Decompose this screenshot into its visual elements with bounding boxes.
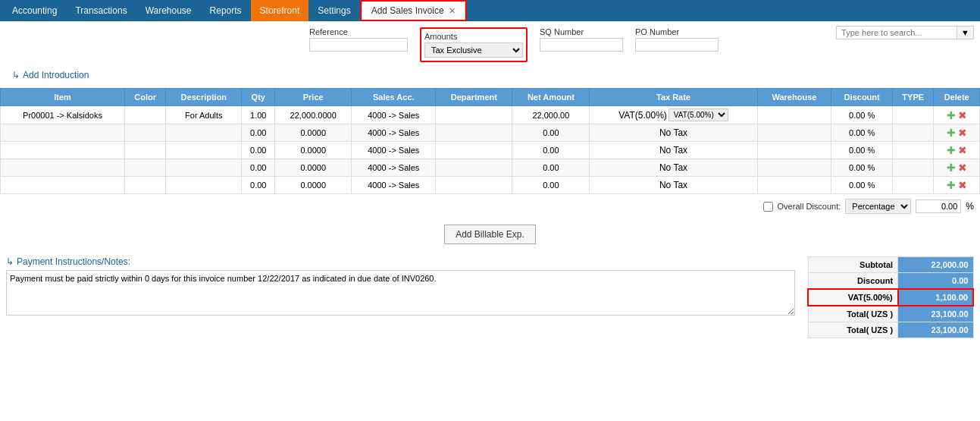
nav-tab-storefront[interactable]: Storefront xyxy=(251,0,309,21)
cell-description[interactable]: For Adults xyxy=(166,106,242,124)
cell-department[interactable] xyxy=(436,142,512,159)
cell-color[interactable] xyxy=(124,106,165,124)
cell-tax_rate[interactable]: No Tax xyxy=(590,142,757,159)
amounts-select[interactable]: Tax Exclusive Tax Inclusive No Tax xyxy=(424,42,523,58)
payment-notes-textarea[interactable]: Payment must be paid strictly within 0 d… xyxy=(6,270,795,316)
cell-net_amount[interactable]: 0.00 xyxy=(512,177,590,194)
cell-department[interactable] xyxy=(436,177,512,194)
cell-sales_acc[interactable]: 4000 -> Sales xyxy=(352,106,436,124)
delete-row-icon[interactable]: ✖ xyxy=(958,179,967,191)
add-billable-button[interactable]: Add Billable Exp. xyxy=(444,225,536,244)
cell-tax_rate[interactable]: No Tax xyxy=(590,159,757,177)
cell-item[interactable] xyxy=(1,177,125,194)
overall-discount-type-select[interactable]: Percentage Fixed xyxy=(845,199,911,214)
overall-discount-checkbox[interactable] xyxy=(763,202,773,212)
cell-tax_rate[interactable]: No Tax xyxy=(590,124,757,142)
add-row-icon[interactable]: ✚ xyxy=(947,144,956,156)
close-tab-icon[interactable]: ✕ xyxy=(449,6,456,16)
nav-tab-accounting[interactable]: Accounting xyxy=(3,0,66,21)
cell-warehouse[interactable] xyxy=(757,177,831,194)
cell-net_amount[interactable]: 22,000.00 xyxy=(512,106,590,124)
nav-tab-settings[interactable]: Settings xyxy=(308,0,359,21)
cell-description[interactable] xyxy=(166,124,242,142)
cell-discount[interactable]: 0.00 % xyxy=(831,124,893,142)
cell-tax_rate[interactable]: No Tax xyxy=(590,177,757,194)
cell-discount[interactable]: 0.00 % xyxy=(831,177,893,194)
cell-discount[interactable]: 0.00 % xyxy=(831,106,893,124)
cell-sales_acc[interactable]: 4000 -> Sales xyxy=(352,124,436,142)
bottom-section: ↳ Payment Instructions/Notes: Payment mu… xyxy=(0,250,980,344)
add-row-icon[interactable]: ✚ xyxy=(947,162,956,174)
cell-qty[interactable]: 0.00 xyxy=(242,177,275,194)
cell-type[interactable] xyxy=(893,124,934,142)
overall-discount-value[interactable] xyxy=(916,200,961,213)
cell-price[interactable]: 22,000.0000 xyxy=(275,106,352,124)
po-number-input[interactable] xyxy=(635,38,719,52)
cell-sales_acc[interactable]: 4000 -> Sales xyxy=(352,142,436,159)
add-row-icon[interactable]: ✚ xyxy=(947,127,956,139)
cell-warehouse[interactable] xyxy=(757,124,831,142)
delete-row-icon[interactable]: ✖ xyxy=(958,109,967,121)
cell-type[interactable] xyxy=(893,177,934,194)
cell-qty[interactable]: 0.00 xyxy=(242,159,275,177)
cell-net_amount[interactable]: 0.00 xyxy=(512,142,590,159)
nav-tab-add-sales-invoice[interactable]: Add Sales Invoice ✕ xyxy=(362,2,465,20)
cell-type[interactable] xyxy=(893,142,934,159)
cell-item[interactable]: Pr00001 -> Kalsidoks xyxy=(1,106,125,124)
col-header-qty: Qty xyxy=(242,89,275,106)
cell-discount[interactable]: 0.00 % xyxy=(831,142,893,159)
totals-row: Subtotal22,000.00 xyxy=(808,257,973,273)
reference-input[interactable] xyxy=(309,38,408,52)
cell-color[interactable] xyxy=(124,124,165,142)
payment-instructions-link[interactable]: ↳ Payment Instructions/Notes: xyxy=(6,256,130,267)
col-header-color: Color xyxy=(124,89,165,106)
cell-item[interactable] xyxy=(1,159,125,177)
cell-sales_acc[interactable]: 4000 -> Sales xyxy=(352,177,436,194)
nav-tab-warehouse[interactable]: Warehouse xyxy=(136,0,201,21)
table-row: 0.000.00004000 -> Sales0.00No Tax0.00 %✚… xyxy=(1,159,980,177)
cell-net_amount[interactable]: 0.00 xyxy=(512,159,590,177)
delete-row-icon[interactable]: ✖ xyxy=(958,127,967,139)
add-introduction-link[interactable]: ↳ Add Introduction xyxy=(12,70,89,80)
total-value: 1,100.00 xyxy=(898,289,973,306)
cell-net_amount[interactable]: 0.00 xyxy=(512,124,590,142)
cell-department[interactable] xyxy=(436,159,512,177)
search-dropdown-button[interactable]: ▼ xyxy=(957,26,974,39)
add-row-icon[interactable]: ✚ xyxy=(947,179,956,191)
cell-description[interactable] xyxy=(166,142,242,159)
cell-department[interactable] xyxy=(436,106,512,124)
cell-qty[interactable]: 1.00 xyxy=(242,106,275,124)
delete-row-icon[interactable]: ✖ xyxy=(958,144,967,156)
cell-price[interactable]: 0.0000 xyxy=(275,177,352,194)
cell-sales_acc[interactable]: 4000 -> Sales xyxy=(352,159,436,177)
cell-item[interactable] xyxy=(1,142,125,159)
totals-table: Subtotal22,000.00Discount0.00VAT(5.00%)1… xyxy=(807,256,974,338)
cell-qty[interactable]: 0.00 xyxy=(242,124,275,142)
sq-number-input[interactable] xyxy=(540,38,623,52)
cell-color[interactable] xyxy=(124,142,165,159)
nav-tab-reports[interactable]: Reports xyxy=(201,0,251,21)
cell-tax_rate[interactable]: VAT(5.00%)VAT(5.00%) xyxy=(590,106,757,124)
cell-price[interactable]: 0.0000 xyxy=(275,124,352,142)
cell-type[interactable] xyxy=(893,159,934,177)
delete-row-icon[interactable]: ✖ xyxy=(958,162,967,174)
cell-department[interactable] xyxy=(436,124,512,142)
cell-description[interactable] xyxy=(166,159,242,177)
totals-row: Discount0.00 xyxy=(808,273,973,290)
cell-qty[interactable]: 0.00 xyxy=(242,142,275,159)
cell-description[interactable] xyxy=(166,177,242,194)
search-input[interactable] xyxy=(836,26,957,39)
cell-discount[interactable]: 0.00 % xyxy=(831,159,893,177)
cell-price[interactable]: 0.0000 xyxy=(275,142,352,159)
cell-type[interactable] xyxy=(893,106,934,124)
cell-warehouse[interactable] xyxy=(757,159,831,177)
cell-color[interactable] xyxy=(124,177,165,194)
add-row-icon[interactable]: ✚ xyxy=(947,109,956,121)
nav-tab-transactions[interactable]: Transactions xyxy=(66,0,136,21)
cell-item[interactable] xyxy=(1,124,125,142)
cell-color[interactable] xyxy=(124,159,165,177)
arrow-icon: ↳ xyxy=(12,70,20,80)
cell-warehouse[interactable] xyxy=(757,142,831,159)
cell-warehouse[interactable] xyxy=(757,106,831,124)
cell-price[interactable]: 0.0000 xyxy=(275,159,352,177)
